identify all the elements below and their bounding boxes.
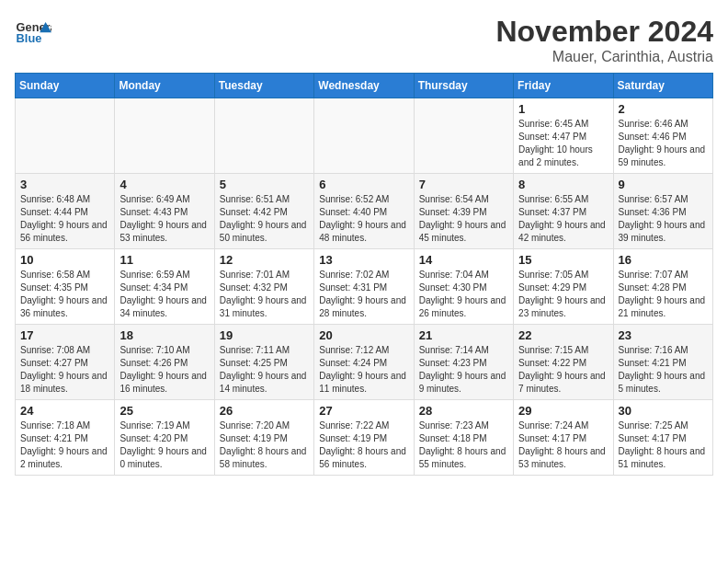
day-info: Sunrise: 7:02 AM Sunset: 4:31 PM Dayligh…	[319, 269, 408, 320]
day-info: Sunrise: 6:58 AM Sunset: 4:35 PM Dayligh…	[20, 269, 109, 320]
calendar-cell: 8Sunrise: 6:55 AM Sunset: 4:37 PM Daylig…	[514, 174, 613, 249]
calendar-cell: 19Sunrise: 7:11 AM Sunset: 4:25 PM Dayli…	[214, 325, 313, 400]
calendar-cell: 4Sunrise: 6:49 AM Sunset: 4:43 PM Daylig…	[115, 174, 214, 249]
day-number: 26	[220, 404, 309, 418]
day-number: 13	[319, 253, 408, 267]
calendar-table: SundayMondayTuesdayWednesdayThursdayFrid…	[15, 73, 713, 476]
calendar-cell: 16Sunrise: 7:07 AM Sunset: 4:28 PM Dayli…	[613, 249, 712, 325]
calendar-cell: 12Sunrise: 7:01 AM Sunset: 4:32 PM Dayli…	[214, 249, 313, 325]
calendar-cell: 6Sunrise: 6:52 AM Sunset: 4:40 PM Daylig…	[314, 174, 414, 249]
header: General Blue November 2024 Mauer, Carint…	[15, 15, 713, 65]
calendar-cell: 27Sunrise: 7:22 AM Sunset: 4:19 PM Dayli…	[314, 400, 414, 476]
day-number: 14	[419, 253, 508, 267]
calendar-cell: 25Sunrise: 7:19 AM Sunset: 4:20 PM Dayli…	[115, 400, 214, 476]
calendar-week-row: 1Sunrise: 6:45 AM Sunset: 4:47 PM Daylig…	[16, 98, 713, 174]
day-number: 4	[119, 178, 209, 191]
calendar-body: 1Sunrise: 6:45 AM Sunset: 4:47 PM Daylig…	[16, 98, 713, 476]
day-info: Sunrise: 6:52 AM Sunset: 4:40 PM Dayligh…	[319, 193, 408, 245]
weekday-header: Friday	[514, 74, 613, 98]
day-info: Sunrise: 7:15 AM Sunset: 4:22 PM Dayligh…	[518, 344, 608, 396]
day-number: 2	[619, 102, 708, 116]
calendar-cell: 20Sunrise: 7:12 AM Sunset: 4:24 PM Dayli…	[314, 325, 414, 400]
calendar-header: SundayMondayTuesdayWednesdayThursdayFrid…	[16, 74, 713, 98]
calendar-cell: 24Sunrise: 7:18 AM Sunset: 4:21 PM Dayli…	[16, 400, 115, 476]
day-number: 27	[319, 404, 408, 418]
day-number: 29	[518, 404, 608, 418]
day-info: Sunrise: 7:01 AM Sunset: 4:32 PM Dayligh…	[220, 269, 309, 320]
day-info: Sunrise: 7:07 AM Sunset: 4:28 PM Dayligh…	[619, 269, 708, 320]
day-number: 20	[319, 328, 408, 342]
calendar-week-row: 10Sunrise: 6:58 AM Sunset: 4:35 PM Dayli…	[16, 249, 713, 325]
calendar-cell: 21Sunrise: 7:14 AM Sunset: 4:23 PM Dayli…	[414, 325, 513, 400]
day-number: 22	[518, 328, 608, 342]
weekday-header: Wednesday	[314, 74, 414, 98]
calendar-cell: 14Sunrise: 7:04 AM Sunset: 4:30 PM Dayli…	[414, 249, 513, 325]
calendar-week-row: 3Sunrise: 6:48 AM Sunset: 4:44 PM Daylig…	[16, 174, 713, 249]
day-number: 11	[119, 253, 209, 267]
day-info: Sunrise: 7:24 AM Sunset: 4:17 PM Dayligh…	[518, 419, 608, 471]
calendar-cell	[214, 98, 313, 174]
calendar-cell: 23Sunrise: 7:16 AM Sunset: 4:21 PM Dayli…	[613, 325, 712, 400]
calendar-cell: 17Sunrise: 7:08 AM Sunset: 4:27 PM Dayli…	[16, 325, 115, 400]
day-info: Sunrise: 7:08 AM Sunset: 4:27 PM Dayligh…	[20, 344, 109, 396]
calendar-cell: 9Sunrise: 6:57 AM Sunset: 4:36 PM Daylig…	[613, 174, 712, 249]
weekday-header: Tuesday	[214, 74, 313, 98]
day-info: Sunrise: 6:57 AM Sunset: 4:36 PM Dayligh…	[619, 193, 708, 245]
calendar-cell: 3Sunrise: 6:48 AM Sunset: 4:44 PM Daylig…	[16, 174, 115, 249]
header-row: SundayMondayTuesdayWednesdayThursdayFrid…	[16, 74, 713, 98]
day-number: 17	[20, 328, 109, 342]
day-info: Sunrise: 6:45 AM Sunset: 4:47 PM Dayligh…	[518, 118, 608, 169]
weekday-header: Sunday	[16, 74, 115, 98]
location-title: Mauer, Carinthia, Austria	[495, 49, 713, 65]
day-number: 1	[518, 102, 608, 116]
day-number: 16	[619, 253, 708, 267]
day-info: Sunrise: 7:25 AM Sunset: 4:17 PM Dayligh…	[619, 419, 708, 471]
calendar-cell: 29Sunrise: 7:24 AM Sunset: 4:17 PM Dayli…	[514, 400, 613, 476]
day-number: 3	[20, 178, 109, 191]
day-info: Sunrise: 7:18 AM Sunset: 4:21 PM Dayligh…	[20, 419, 109, 471]
logo-icon: General Blue	[15, 15, 51, 52]
day-info: Sunrise: 7:22 AM Sunset: 4:19 PM Dayligh…	[319, 419, 408, 471]
day-number: 5	[220, 178, 309, 191]
day-info: Sunrise: 7:16 AM Sunset: 4:21 PM Dayligh…	[619, 344, 708, 396]
day-number: 8	[518, 178, 608, 191]
day-number: 23	[619, 328, 708, 342]
day-info: Sunrise: 7:23 AM Sunset: 4:18 PM Dayligh…	[419, 419, 508, 471]
day-number: 25	[119, 404, 209, 418]
calendar-cell: 11Sunrise: 6:59 AM Sunset: 4:34 PM Dayli…	[115, 249, 214, 325]
weekday-header: Monday	[115, 74, 214, 98]
day-number: 6	[319, 178, 408, 191]
day-number: 15	[518, 253, 608, 267]
calendar-cell: 1Sunrise: 6:45 AM Sunset: 4:47 PM Daylig…	[514, 98, 613, 174]
day-info: Sunrise: 6:46 AM Sunset: 4:46 PM Dayligh…	[619, 118, 708, 169]
day-number: 7	[419, 178, 508, 191]
day-info: Sunrise: 7:11 AM Sunset: 4:25 PM Dayligh…	[220, 344, 309, 396]
title-area: November 2024 Mauer, Carinthia, Austria	[495, 15, 713, 65]
day-number: 21	[419, 328, 508, 342]
weekday-header: Saturday	[613, 74, 712, 98]
svg-text:Blue: Blue	[17, 31, 42, 45]
calendar-cell: 26Sunrise: 7:20 AM Sunset: 4:19 PM Dayli…	[214, 400, 313, 476]
weekday-header: Thursday	[414, 74, 513, 98]
calendar-cell: 30Sunrise: 7:25 AM Sunset: 4:17 PM Dayli…	[613, 400, 712, 476]
day-number: 19	[220, 328, 309, 342]
day-info: Sunrise: 7:19 AM Sunset: 4:20 PM Dayligh…	[119, 419, 209, 471]
day-info: Sunrise: 7:04 AM Sunset: 4:30 PM Dayligh…	[419, 269, 508, 320]
day-info: Sunrise: 7:10 AM Sunset: 4:26 PM Dayligh…	[119, 344, 209, 396]
day-number: 24	[20, 404, 109, 418]
day-info: Sunrise: 7:14 AM Sunset: 4:23 PM Dayligh…	[419, 344, 508, 396]
day-number: 12	[220, 253, 309, 267]
calendar-cell	[414, 98, 513, 174]
day-info: Sunrise: 6:55 AM Sunset: 4:37 PM Dayligh…	[518, 193, 608, 245]
calendar-week-row: 24Sunrise: 7:18 AM Sunset: 4:21 PM Dayli…	[16, 400, 713, 476]
calendar-cell: 13Sunrise: 7:02 AM Sunset: 4:31 PM Dayli…	[314, 249, 414, 325]
calendar-cell: 10Sunrise: 6:58 AM Sunset: 4:35 PM Dayli…	[16, 249, 115, 325]
calendar-cell: 22Sunrise: 7:15 AM Sunset: 4:22 PM Dayli…	[514, 325, 613, 400]
day-number: 28	[419, 404, 508, 418]
day-info: Sunrise: 6:49 AM Sunset: 4:43 PM Dayligh…	[119, 193, 209, 245]
logo: General Blue	[15, 15, 51, 52]
calendar-cell	[314, 98, 414, 174]
day-info: Sunrise: 6:59 AM Sunset: 4:34 PM Dayligh…	[119, 269, 209, 320]
day-info: Sunrise: 7:20 AM Sunset: 4:19 PM Dayligh…	[220, 419, 309, 471]
day-info: Sunrise: 7:05 AM Sunset: 4:29 PM Dayligh…	[518, 269, 608, 320]
